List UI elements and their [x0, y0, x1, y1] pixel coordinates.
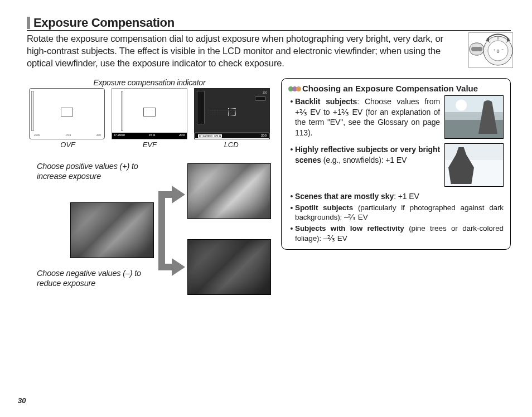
title-accent-bar — [27, 17, 30, 29]
tip-lowrefl: Subjects with low reflectivity (pine tre… — [295, 224, 504, 244]
illustration-backlit — [444, 95, 504, 139]
evf-preview: P 2000 F5.6 200 — [112, 88, 187, 139]
exposure-dial-illustration: 0 + − — [468, 32, 513, 68]
lcd-preview: 100 · · · · · · · · · · · · · · · · · · … — [194, 88, 270, 139]
ovf-preview: 2000 F5.6 200 — [29, 88, 105, 139]
label-lcd: LCD — [224, 140, 239, 149]
intro-paragraph: Rotate the exposure compensation dial to… — [27, 33, 511, 69]
arrow-connector — [158, 193, 165, 231]
photo-darker — [187, 239, 271, 295]
bullet-icon: • — [288, 144, 295, 165]
page-number: 30 — [18, 396, 26, 405]
lcd-aperture: F5.6 — [214, 134, 221, 138]
label-evf: EVF — [143, 140, 157, 149]
label-ovf: OVF — [60, 140, 75, 149]
svg-text:−: − — [501, 47, 504, 51]
exposure-example-photos: Choose positive values (+) to increase e… — [27, 161, 272, 306]
arrow-right-icon — [172, 186, 185, 203]
left-column: Exposure compensation indicator 2000 F5.… — [27, 78, 272, 306]
lcd-iso-top: 100 — [263, 91, 267, 94]
ovf-shutter: 2000 — [34, 133, 40, 138]
bullet-icon: • — [288, 203, 295, 223]
tip-spotlit: Spotlit subjects (particularly if photog… — [295, 203, 504, 223]
bullet-icon: • — [288, 191, 295, 201]
viewfinder-previews: 2000 F5.6 200 P 2000 F5.6 200 100 · · · … — [27, 88, 272, 139]
hint-negative: Choose negative values (–) to reduce exp… — [37, 268, 159, 288]
lcd-shutter: P 1/2000 — [199, 134, 212, 138]
ovf-aperture: F5.6 — [65, 133, 71, 138]
svg-marker-9 — [507, 37, 510, 42]
display-labels: OVF EVF LCD — [27, 140, 272, 149]
evf-shutter: P 2000 — [114, 133, 125, 139]
illustration-snow — [444, 143, 504, 187]
ovf-iso: 200 — [96, 133, 101, 138]
tip-backlit: Backlit subjects: Choose values from +⅔ … — [295, 96, 440, 138]
arrow-right-icon — [172, 258, 185, 276]
svg-rect-1 — [471, 47, 482, 51]
right-column: Choosing an Exposure Compensation Value … — [281, 78, 511, 306]
tip-reflective: Highly reflective subjects or very brigh… — [295, 144, 440, 165]
tip-icon — [288, 86, 300, 91]
bullet-icon: • — [288, 96, 295, 138]
tip-sky: Scenes that are mostly sky: +1 EV — [295, 191, 504, 201]
lcd-iso: 200 — [261, 134, 267, 138]
svg-text:+: + — [494, 48, 496, 51]
bullet-icon: • — [288, 224, 295, 244]
tip-title: Choosing an Exposure Compensation Value — [302, 83, 478, 94]
svg-marker-8 — [486, 37, 489, 42]
section-title-row: Exposure Compensation — [27, 16, 511, 31]
evf-aperture: F5.6 — [148, 133, 155, 139]
photo-original — [70, 202, 154, 258]
indicator-caption: Exposure compensation indicator — [27, 78, 272, 87]
tip-box: Choosing an Exposure Compensation Value … — [281, 78, 511, 250]
evf-iso: 200 — [179, 133, 185, 139]
section-title: Exposure Compensation — [33, 16, 175, 30]
hint-positive: Choose positive values (+) to increase e… — [37, 161, 148, 181]
photo-brighter — [187, 163, 271, 219]
svg-text:0: 0 — [496, 49, 499, 54]
